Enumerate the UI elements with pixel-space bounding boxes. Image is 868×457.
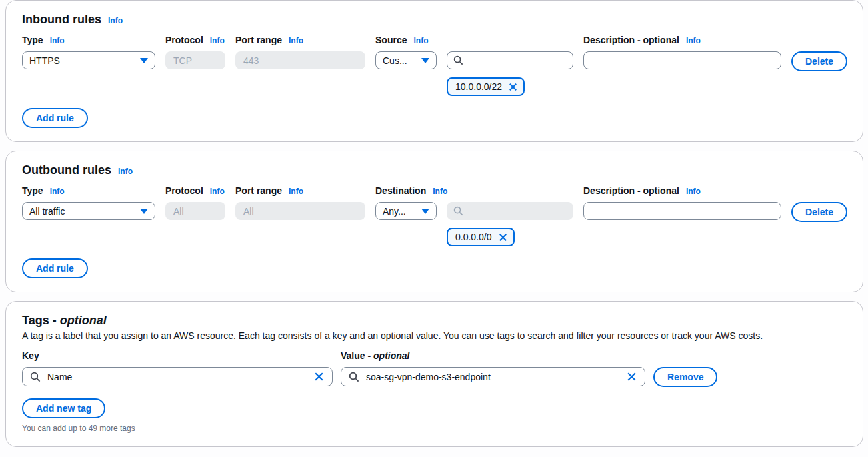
outbound-delete-button[interactable]: Delete bbox=[791, 202, 847, 222]
inbound-protocol-input bbox=[165, 51, 225, 69]
clear-input-icon[interactable] bbox=[313, 371, 325, 382]
inbound-delete-button[interactable]: Delete bbox=[791, 51, 847, 71]
inbound-source-label: Source Info bbox=[375, 35, 573, 45]
outbound-description-input[interactable] bbox=[583, 202, 781, 220]
add-new-tag-button[interactable]: Add new tag bbox=[22, 398, 105, 418]
inbound-source-chip-row: 10.0.0.0/22 bbox=[447, 71, 573, 96]
inbound-source-search-input[interactable] bbox=[468, 55, 567, 67]
chip-dismiss-icon[interactable] bbox=[508, 82, 518, 92]
add-tag-row: Add new tag bbox=[22, 398, 847, 418]
search-icon bbox=[453, 206, 463, 216]
outbound-protocol-label: Protocol Info bbox=[165, 185, 225, 196]
clear-input-icon[interactable] bbox=[626, 371, 637, 382]
outbound-destination-type-select[interactable]: Any... bbox=[375, 202, 437, 220]
inbound-port-range-info-link[interactable]: Info bbox=[289, 36, 303, 45]
inbound-rules-grid: Type Info Protocol Info Port range Info … bbox=[22, 35, 847, 96]
outbound-protocol-input bbox=[165, 202, 225, 220]
inbound-rules-section: Inbound rules Info Type Info Protocol In… bbox=[5, 0, 863, 142]
inbound-type-info-link[interactable]: Info bbox=[50, 36, 65, 45]
outbound-destination-search bbox=[447, 202, 573, 220]
outbound-port-range-info-link[interactable]: Info bbox=[289, 187, 303, 196]
search-icon bbox=[30, 372, 41, 382]
chevron-down-icon bbox=[140, 209, 148, 214]
outbound-type-label: Type Info bbox=[22, 185, 155, 196]
inbound-source-type-select[interactable]: Cus... bbox=[375, 51, 437, 69]
tags-heading: Tags - optional bbox=[22, 314, 107, 328]
outbound-rules-section: Outbound rules Info Type Info Protocol I… bbox=[5, 151, 863, 292]
outbound-rules-grid: Type Info Protocol Info Port range Info … bbox=[22, 185, 847, 246]
chevron-down-icon bbox=[421, 58, 429, 63]
outbound-add-rule-button[interactable]: Add rule bbox=[22, 258, 88, 278]
inbound-type-select[interactable]: HTTPS bbox=[22, 51, 155, 69]
inbound-add-rule-button[interactable]: Add rule bbox=[22, 108, 88, 128]
inbound-rules-title: Inbound rules Info bbox=[22, 13, 847, 27]
tag-value-field[interactable] bbox=[341, 367, 645, 386]
outbound-description-label: Description - optional Info bbox=[583, 185, 781, 196]
outbound-destination-label: Destination Info bbox=[375, 185, 573, 196]
outbound-rules-title: Outbound rules Info bbox=[22, 163, 847, 177]
inbound-source-search[interactable] bbox=[447, 51, 573, 69]
tag-value-input[interactable] bbox=[365, 371, 621, 383]
outbound-add-rule-row: Add rule bbox=[22, 258, 847, 278]
inbound-rules-info-link[interactable]: Info bbox=[108, 16, 123, 25]
inbound-port-range-label: Port range Info bbox=[235, 35, 365, 45]
tag-value-label: Value - optional bbox=[341, 350, 645, 361]
outbound-rules-heading: Outbound rules bbox=[22, 163, 111, 177]
tags-section: Tags - optional A tag is a label that yo… bbox=[5, 301, 863, 447]
outbound-destination-chip-row: 0.0.0.0/0 bbox=[447, 222, 573, 246]
inbound-description-label: Description - optional Info bbox=[583, 35, 781, 45]
tag-key-label: Key bbox=[22, 350, 333, 361]
tags-grid: Key Value - optional bbox=[22, 350, 847, 387]
inbound-protocol-label: Protocol Info bbox=[165, 35, 225, 45]
inbound-type-label: Type Info bbox=[22, 35, 155, 45]
tag-key-field[interactable] bbox=[22, 367, 333, 386]
outbound-destination-search-input bbox=[468, 205, 567, 217]
outbound-protocol-info-link[interactable]: Info bbox=[210, 187, 225, 196]
outbound-destination-info-link[interactable]: Info bbox=[433, 187, 447, 196]
tags-title: Tags - optional bbox=[22, 314, 847, 328]
outbound-port-range-input bbox=[235, 202, 365, 220]
inbound-protocol-info-link[interactable]: Info bbox=[210, 36, 225, 45]
chevron-down-icon bbox=[421, 209, 429, 214]
tags-description: A tag is a label that you assign to an A… bbox=[22, 330, 847, 341]
tag-key-input[interactable] bbox=[46, 371, 308, 383]
inbound-description-input[interactable] bbox=[583, 51, 781, 69]
inbound-port-range-input bbox=[235, 51, 365, 69]
outbound-rules-info-link[interactable]: Info bbox=[118, 167, 133, 176]
chevron-down-icon bbox=[140, 58, 148, 63]
search-icon bbox=[349, 372, 359, 382]
search-icon bbox=[453, 55, 463, 65]
inbound-add-rule-row: Add rule bbox=[22, 108, 847, 128]
tag-remove-button[interactable]: Remove bbox=[653, 367, 717, 387]
inbound-source-info-link[interactable]: Info bbox=[413, 36, 428, 45]
chip-dismiss-icon[interactable] bbox=[498, 232, 508, 242]
tags-helper-text: You can add up to 49 more tags bbox=[22, 424, 847, 433]
outbound-type-info-link[interactable]: Info bbox=[50, 187, 65, 196]
inbound-source-chip: 10.0.0.0/22 bbox=[447, 77, 525, 96]
outbound-port-range-label: Port range Info bbox=[235, 185, 365, 196]
outbound-destination-chip: 0.0.0.0/0 bbox=[447, 228, 515, 246]
inbound-description-info-link[interactable]: Info bbox=[686, 36, 701, 45]
outbound-description-info-link[interactable]: Info bbox=[686, 187, 701, 196]
inbound-rules-heading: Inbound rules bbox=[22, 13, 101, 27]
outbound-type-select[interactable]: All traffic bbox=[22, 202, 155, 220]
